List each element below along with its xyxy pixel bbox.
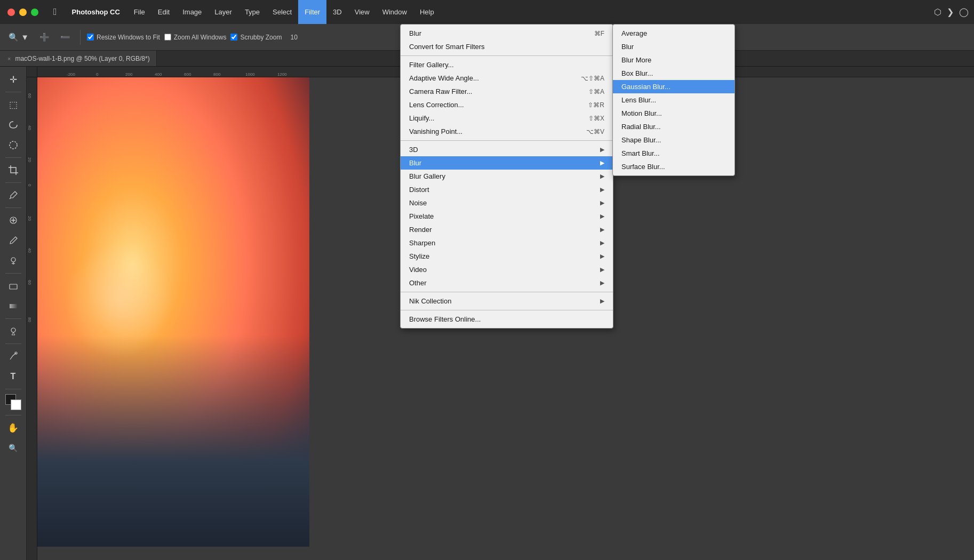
eraser-tool[interactable] (4, 276, 23, 295)
resize-windows-checkbox[interactable] (87, 34, 94, 41)
blur-submenu-item-shape-blur[interactable]: Shape Blur... (613, 133, 735, 147)
filter-menu-item-filter-gallery[interactable]: Filter Gallery... (401, 58, 613, 71)
filter-menu-item-browse[interactable]: Browse Filters Online... (401, 313, 613, 326)
menu-item-window[interactable]: Window (376, 0, 413, 24)
filter-menu-item-blur[interactable]: Blur ▶ (401, 156, 613, 170)
filter-menu-item-video[interactable]: Video ▶ (401, 263, 613, 276)
crop-tool[interactable] (4, 161, 23, 180)
filter-menu-item-convert-smart[interactable]: Convert for Smart Filters (401, 40, 613, 53)
filter-menu-item-vanishing-point[interactable]: Vanishing Point... ⌥⌘V (401, 125, 613, 138)
minimize-button[interactable] (19, 9, 27, 16)
filter-menu-item-distort[interactable]: Distort ▶ (401, 183, 613, 196)
eyedropper-tool[interactable] (4, 186, 23, 205)
pen-tool[interactable] (4, 347, 23, 366)
filter-menu-item-sharpen[interactable]: Sharpen ▶ (401, 236, 613, 250)
submenu-arrow-icon: ▶ (600, 279, 604, 286)
profile-icon[interactable]: ◯ (959, 7, 969, 17)
blur-submenu-item-blur[interactable]: Blur (613, 40, 735, 53)
menu-item-view[interactable]: View (348, 0, 376, 24)
filter-menu-item-camera-raw[interactable]: Camera Raw Filter... ⇧⌘A (401, 85, 613, 98)
blur-submenu-item-gaussian-blur[interactable]: Gaussian Blur... (613, 80, 735, 93)
blur-submenu-item-box-blur[interactable]: Box Blur... (613, 67, 735, 80)
submenu-arrow-icon: ▶ (600, 226, 604, 233)
menu-item-image[interactable]: Image (176, 0, 208, 24)
ruler-tick: 600 (184, 72, 191, 77)
dodge-tool[interactable] (4, 322, 23, 341)
menu-item-edit[interactable]: Edit (151, 0, 176, 24)
menu-item-file[interactable]: File (127, 0, 151, 24)
filter-menu-item-stylize[interactable]: Stylize ▶ (401, 250, 613, 263)
tool-divider-6 (5, 318, 21, 319)
menu-item-layer[interactable]: Layer (208, 0, 238, 24)
menu-item-3d[interactable]: 3D (326, 0, 348, 24)
menu-item-select[interactable]: Select (266, 0, 298, 24)
zoom-all-group: Zoom All Windows (164, 34, 227, 41)
text-tool[interactable]: T (4, 367, 23, 386)
ruler-tick-v: 0 (27, 184, 32, 186)
filter-menu-item-lens-correction[interactable]: Lens Correction... ⇧⌘R (401, 98, 613, 111)
zoom-mode-button[interactable]: 🔍 ▼ (5, 30, 32, 44)
zoom-tool[interactable]: 🔍 (4, 438, 23, 458)
menu-item-filter[interactable]: Filter (298, 0, 326, 24)
filter-menu[interactable]: Blur ⌘F Convert for Smart Filters Filter… (400, 24, 613, 329)
marquee-tool[interactable]: ⬚ (4, 95, 23, 114)
submenu-arrow-icon: ▶ (600, 199, 604, 206)
filter-menu-item-nik[interactable]: Nik Collection ▶ (401, 294, 613, 308)
lasso-tool[interactable] (4, 115, 23, 134)
filter-menu-item-3d[interactable]: 3D ▶ (401, 143, 613, 156)
tool-divider-3 (5, 182, 21, 183)
hand-tool[interactable]: ✋ (4, 418, 23, 437)
move-tool[interactable]: ✛ (4, 70, 23, 89)
dropbox-icon[interactable]: ⬡ (934, 7, 941, 17)
filter-menu-item-pixelate[interactable]: Pixelate ▶ (401, 210, 613, 223)
submenu-arrow-icon: ▶ (600, 239, 604, 246)
clone-tool[interactable] (4, 251, 23, 270)
blur-submenu-item-smart-blur[interactable]: Smart Blur... (613, 147, 735, 160)
scrubby-zoom-checkbox[interactable] (230, 34, 237, 41)
doc-tab[interactable]: × macOS-wall-1-B.png @ 50% (Layer 0, RGB… (0, 51, 157, 66)
canvas-image (37, 77, 309, 547)
ruler-corner (27, 67, 37, 77)
filter-menu-item-blur-shortcut[interactable]: Blur ⌘F (401, 27, 613, 40)
filter-menu-item-adaptive-wide[interactable]: Adaptive Wide Angle... ⌥⇧⌘A (401, 71, 613, 85)
submenu-arrow-icon: ▶ (600, 186, 604, 193)
color-swatches[interactable] (5, 394, 21, 410)
filter-menu-item-liquify[interactable]: Liquify... ⇧⌘X (401, 111, 613, 125)
gradient-tool[interactable] (4, 297, 23, 316)
zoom-all-checkbox[interactable] (164, 34, 171, 41)
chevron-right-icon[interactable]: ❯ (947, 7, 954, 17)
maximize-button[interactable] (31, 9, 38, 16)
top-right-icons: ⬡ ❯ ◯ (934, 7, 974, 17)
filter-menu-item-noise[interactable]: Noise ▶ (401, 196, 613, 210)
ruler-tick-v: 60 (27, 280, 32, 285)
zoom-in-button[interactable]: ➕ (36, 30, 53, 44)
zoom-out-button[interactable]: ➖ (57, 30, 74, 44)
ruler-tick-v: 40 (27, 248, 32, 253)
ruler-vertical: 60 40 20 0 20 40 60 80 (27, 77, 37, 560)
tool-divider-4 (5, 207, 21, 208)
menu-item-help[interactable]: Help (413, 0, 441, 24)
ruler-tick: -200 (67, 72, 75, 77)
blur-submenu-item-average[interactable]: Average (613, 27, 735, 40)
brush-tool[interactable] (4, 231, 23, 250)
zoom-all-label: Zoom All Windows (174, 34, 227, 41)
close-button[interactable] (7, 9, 15, 16)
menu-item-type[interactable]: Type (238, 0, 266, 24)
filter-menu-item-blur-gallery[interactable]: Blur Gallery ▶ (401, 170, 613, 183)
ruler-tick: 1200 (277, 72, 287, 77)
quick-select-tool[interactable] (4, 135, 23, 155)
doc-tab-close[interactable]: × (6, 55, 12, 62)
filter-menu-separator-3 (401, 292, 613, 292)
blur-submenu-item-radial-blur[interactable]: Radial Blur... (613, 120, 735, 133)
blur-submenu-item-blur-more[interactable]: Blur More (613, 53, 735, 67)
blur-submenu-item-motion-blur[interactable]: Motion Blur... (613, 107, 735, 120)
apple-logo-icon:  (46, 6, 65, 18)
svg-rect-7 (10, 304, 17, 308)
blur-submenu[interactable]: Average Blur Blur More Box Blur... Gauss… (612, 24, 735, 176)
blur-submenu-item-lens-blur[interactable]: Lens Blur... (613, 93, 735, 107)
healing-tool[interactable] (4, 211, 23, 230)
submenu-arrow-icon: ▶ (600, 266, 604, 273)
filter-menu-item-other[interactable]: Other ▶ (401, 276, 613, 290)
blur-submenu-item-surface-blur[interactable]: Surface Blur... (613, 160, 735, 173)
filter-menu-item-render[interactable]: Render ▶ (401, 223, 613, 236)
